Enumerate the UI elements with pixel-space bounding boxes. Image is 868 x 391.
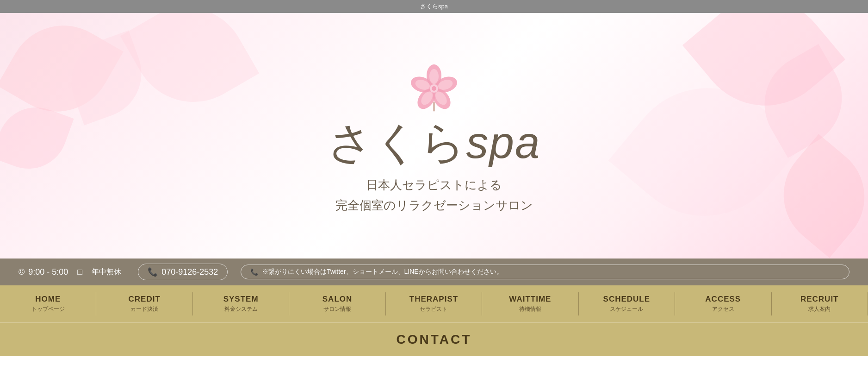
nav-recruit-en: RECRUIT [800,295,839,304]
nav-recruit-ja: 求人案内 [808,305,831,313]
phone-icon-2: 📞 [250,268,258,276]
petal-5 [120,13,260,124]
nav-item-therapist[interactable]: THERAPIST セラピスト [386,285,482,322]
contact-note-button[interactable]: 📞 ※繋がりにくい場合はTwitter、ショートメール、LINEからお問い合わせ… [241,265,849,279]
nav-home-ja: トップページ [31,305,65,313]
petal-6 [0,96,74,179]
hero-title-ja: さくら [328,118,466,167]
nav-item-system[interactable]: SYSTEM 料金システム [193,285,289,322]
contact-title: CONTACT [397,332,472,347]
phone-button[interactable]: 📞 070-9126-2532 [138,264,228,280]
tab-title: さくらspa [420,2,448,11]
petal-7 [762,134,868,258]
hero-subtitle-line1: 日本人セラピストによる [366,178,502,192]
sakura-logo [406,56,462,118]
nav-salon-en: SALON [322,295,353,304]
hero-title: さくらspa [328,118,541,167]
nav-access-en: ACCESS [705,295,741,304]
clock-icon: © [19,267,25,277]
petal-1 [0,13,124,132]
nav-item-waittime[interactable]: WAITTIME 待機情報 [482,285,578,322]
petal-3 [682,13,845,134]
nav-items: HOME トップページ CREDIT カード決済 SYSTEM 料金システム S… [0,285,868,322]
nav-system-ja: 料金システム [224,305,258,313]
hours-text: 9:00 - 5:00 [28,267,68,277]
nav-waittime-ja: 待機情報 [519,305,541,313]
nav-schedule-ja: スケジュール [610,305,643,313]
nav-credit-ja: カード決済 [130,305,158,313]
nav-waittime-en: WAITTIME [509,295,551,304]
nav-credit-en: CREDIT [129,295,161,304]
nav-item-credit[interactable]: CREDIT カード決済 [96,285,192,322]
nav-item-recruit[interactable]: RECRUIT 求人案内 [772,285,868,322]
nav-home-en: HOME [35,295,61,304]
hero-subtitle: 日本人セラピストによる 完全個室のリラクゼーションサロン [335,175,533,215]
petal-4 [746,44,860,158]
petal-8 [608,54,804,250]
nav-system-en: SYSTEM [223,295,259,304]
hero-section: さくらspa 日本人セラピストによる 完全個室のリラクゼーションサロン [0,13,868,259]
nav-therapist-ja: セラピスト [420,305,447,313]
nav-access-ja: アクセス [712,305,734,313]
nav-item-salon[interactable]: SALON サロン情報 [289,285,385,322]
hero-title-en: spa [466,118,541,167]
info-hours: © 9:00 - 5:00 [19,267,68,277]
nav-salon-ja: サロン情報 [323,305,351,313]
nav-schedule-en: SCHEDULE [603,295,651,304]
phone-number: 070-9126-2532 [161,267,218,277]
nav-item-access[interactable]: ACCESS アクセス [675,285,771,322]
contact-note-text: ※繋がりにくい場合はTwitter、ショートメール、LINEからお問い合わせくだ… [262,268,502,276]
info-bar: © 9:00 - 5:00 □ 年中無休 📞 070-9126-2532 📞 ※… [0,259,868,285]
hero-subtitle-line2: 完全個室のリラクゼーションサロン [335,198,533,212]
info-open-days: 年中無休 [92,267,121,277]
phone-icon: 📞 [148,267,158,277]
petal-2 [59,30,154,125]
separator-1: □ [77,267,82,277]
nav-bar: HOME トップページ CREDIT カード決済 SYSTEM 料金システム S… [0,285,868,322]
nav-item-schedule[interactable]: SCHEDULE スケジュール [579,285,675,322]
svg-point-12 [432,86,436,91]
svg-point-6 [429,69,439,84]
browser-tab-bar: さくらspa [0,0,868,13]
open-days-text: 年中無休 [92,267,121,277]
contact-section[interactable]: CONTACT [0,322,868,356]
nav-item-home[interactable]: HOME トップページ [0,285,96,322]
nav-therapist-en: THERAPIST [409,295,458,304]
